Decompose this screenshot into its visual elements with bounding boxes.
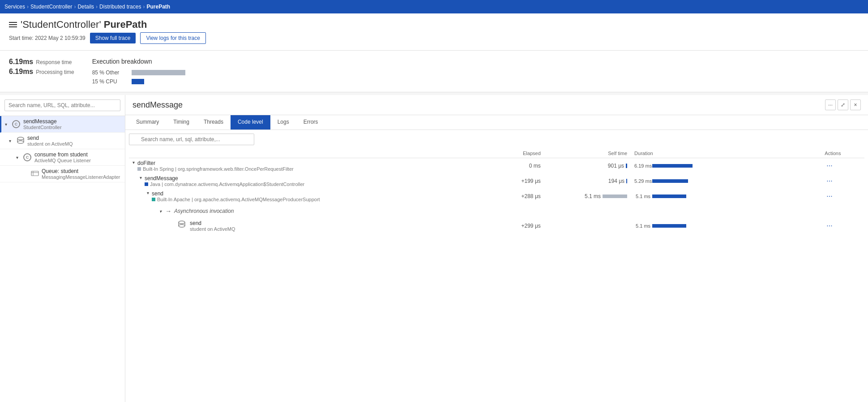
- code-search-input[interactable]: [129, 134, 254, 145]
- other-percent: 85 % Other: [92, 69, 128, 76]
- breadcrumb-services[interactable]: Services: [4, 4, 25, 10]
- main-content: ▾ C sendMessage StudentController ▾ send…: [0, 95, 868, 402]
- table-row: ▾ send Built-In Apache | org.apache.acti…: [129, 189, 864, 204]
- tree-toggle-3[interactable]: ▾: [16, 155, 23, 160]
- dur-bar-send: [652, 195, 686, 198]
- svg-point-0: [17, 137, 24, 140]
- self-time-dofilter: 901 μs: [608, 163, 624, 169]
- method-name-dofilter: doFilter: [137, 160, 294, 166]
- tree-item-consume[interactable]: ▾ C consume from student ActiveMQ Queue …: [0, 149, 125, 166]
- execution-breakdown-title: Execution breakdown: [92, 58, 185, 65]
- duration-dofilter: 6.19 ms: [634, 163, 817, 169]
- dur-bar-send-async: [652, 224, 686, 228]
- tree-sub-2: student on ActiveMQ: [27, 141, 73, 147]
- tab-timing[interactable]: Timing: [166, 115, 197, 130]
- toggle-send[interactable]: ▾: [147, 190, 149, 195]
- dot-blue-icon: [145, 182, 148, 186]
- tree-name-2: send: [27, 135, 73, 141]
- cpu-bar: [132, 79, 144, 84]
- toggle-sendmessage[interactable]: ▾: [140, 175, 142, 180]
- tree-sub-1: StudentController: [23, 125, 62, 130]
- svg-point-10: [179, 225, 185, 227]
- expand-button[interactable]: ⤢: [838, 99, 848, 110]
- cpu-percent: 15 % CPU: [92, 78, 128, 85]
- self-time-send: 5.1 ms: [585, 193, 601, 199]
- tree-name-3: consume from student: [34, 151, 91, 158]
- tab-errors[interactable]: Errors: [296, 115, 325, 130]
- circle-c-icon-2: C: [23, 153, 32, 161]
- method-sub-dofilter: Built-In Spring | org.springframework.we…: [137, 166, 294, 172]
- more-button-dofilter[interactable]: ···: [825, 162, 834, 170]
- self-bar-send: [603, 195, 627, 198]
- col-elapsed: Elapsed: [475, 149, 544, 158]
- table-row: send student on ActiveMQ +299 μs: [129, 218, 864, 233]
- breadcrumb-details[interactable]: Details: [77, 4, 94, 10]
- breadcrumb-purepath[interactable]: PurePath: [146, 4, 170, 10]
- left-panel: ▾ C sendMessage StudentController ▾ send…: [0, 95, 125, 402]
- right-panel: sendMessage ··· ⤢ × Summary Timing Threa…: [125, 95, 868, 402]
- tab-code-level[interactable]: Code level: [231, 115, 270, 130]
- duration-send: 5.1 ms: [634, 194, 817, 199]
- tree-item-send[interactable]: ▾ send student on ActiveMQ: [0, 133, 125, 149]
- tree-sub-3: ActiveMQ Queue Listener: [34, 158, 91, 163]
- tree-toggle-2[interactable]: ▾: [9, 138, 16, 143]
- more-button-send[interactable]: ···: [825, 192, 834, 200]
- elapsed-dofilter: 0 ms: [475, 158, 544, 174]
- response-time-value: 6.19ms: [9, 58, 33, 66]
- col-actions: Actions: [821, 149, 864, 158]
- circle-c-icon: C: [12, 120, 21, 128]
- tree-item-queue[interactable]: Queue: student MessagingMessageListenerA…: [0, 166, 125, 182]
- execution-breakdown: Execution breakdown 85 % Other 15 % CPU: [92, 58, 185, 85]
- tab-logs[interactable]: Logs: [270, 115, 296, 130]
- detail-actions: ··· ⤢ ×: [825, 99, 861, 110]
- toggle-dofilter[interactable]: ▾: [133, 160, 135, 165]
- tab-threads[interactable]: Threads: [197, 115, 231, 130]
- queue-icon: [30, 169, 39, 179]
- tree-search-input[interactable]: [4, 99, 120, 111]
- more-button-send-async[interactable]: ···: [825, 222, 834, 230]
- table-row: ▾ doFilter Built-In Spring | org.springf…: [129, 158, 864, 174]
- method-sub-send-async: student on ActiveMQ: [190, 226, 235, 232]
- elapsed-send: +288 μs: [475, 189, 544, 204]
- tree-name-1: sendMessage: [23, 118, 62, 125]
- toggle-async[interactable]: ▾: [159, 209, 162, 214]
- code-table: Elapsed Self time Duration Actions ▾: [129, 149, 864, 233]
- tab-bar: Summary Timing Threads Code level Logs E…: [125, 115, 868, 130]
- tab-summary[interactable]: Summary: [129, 115, 166, 130]
- detail-title: sendMessage: [133, 100, 183, 110]
- method-name-send-async: send: [190, 220, 235, 226]
- tree-item-send-message[interactable]: ▾ C sendMessage StudentController: [0, 116, 125, 133]
- detail-header: sendMessage ··· ⤢ ×: [125, 95, 868, 115]
- page-header: 'StudentController' PurePath Start time:…: [0, 13, 868, 51]
- svg-point-7: [179, 221, 185, 224]
- processing-time-label: Processing time: [36, 69, 74, 75]
- menu-icon[interactable]: [9, 22, 17, 27]
- tree-name-4: Queue: student: [42, 168, 120, 174]
- col-method: [129, 149, 475, 158]
- arrow-right-icon: →: [165, 207, 171, 215]
- col-self-time: Self time: [544, 149, 631, 158]
- breadcrumb-distributed-traces[interactable]: Distributed traces: [99, 4, 141, 10]
- code-search-wrap-outer: 🔍: [129, 134, 864, 145]
- dot-gray-icon: [137, 167, 141, 171]
- method-name-send: send: [152, 190, 320, 197]
- table-row: ▾ sendMessage Java | com.dynatrace.activ…: [129, 173, 864, 189]
- metrics-section: 6.19ms Response time 6.19ms Processing t…: [0, 51, 868, 92]
- elapsed-send-async: +299 μs: [475, 218, 544, 233]
- method-sub-send: Built-In Apache | org.apache.activemq.Ac…: [152, 197, 320, 202]
- page-title: 'StudentController' PurePath: [21, 19, 147, 30]
- breadcrumb-student-controller[interactable]: StudentController: [30, 4, 72, 10]
- view-logs-button[interactable]: View logs for this trace: [140, 32, 206, 44]
- processing-time-value: 6.19ms: [9, 68, 33, 76]
- tree-toggle-1[interactable]: ▾: [5, 122, 12, 127]
- dur-bar-sendmessage: [652, 179, 688, 183]
- tree-sub-4: MessagingMessageListenerAdapter: [42, 174, 120, 180]
- dot-teal-icon: [152, 198, 155, 201]
- other-bar: [132, 70, 185, 75]
- response-time-label: Response time: [36, 59, 72, 65]
- tree-search-box: [0, 95, 125, 116]
- close-button[interactable]: ×: [850, 99, 861, 110]
- more-options-button[interactable]: ···: [825, 99, 836, 110]
- show-full-trace-button[interactable]: Show full trace: [90, 33, 136, 43]
- more-button-sendmessage[interactable]: ···: [825, 177, 834, 185]
